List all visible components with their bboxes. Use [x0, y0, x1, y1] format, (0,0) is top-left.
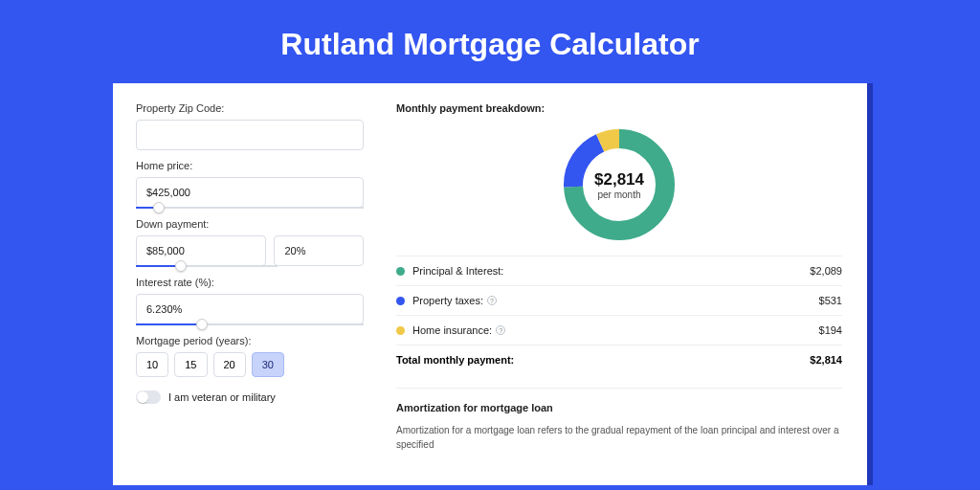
tax-label: Property taxes:	[412, 295, 483, 306]
breakdown-row-pi: Principal & Interest: $2,089	[396, 256, 842, 286]
zip-field: Property Zip Code:	[136, 102, 364, 150]
rate-input[interactable]	[136, 294, 364, 324]
breakdown-row-ins: Home insurance: ? $194	[396, 316, 842, 345]
calculator-card: Property Zip Code: Home price: Down paym…	[113, 83, 867, 485]
amortization-section: Amortization for mortgage loan Amortizat…	[396, 388, 842, 452]
info-icon[interactable]: ?	[487, 296, 497, 305]
dot-icon	[396, 326, 405, 335]
price-slider-thumb[interactable]	[153, 202, 165, 213]
down-label: Down payment:	[136, 218, 364, 230]
breakdown-panel: Monthly payment breakdown: $2,814 per mo…	[381, 83, 867, 485]
tax-amount: $531	[819, 295, 842, 306]
payment-donut-chart: $2,814 per month	[562, 127, 677, 242]
ins-label: Home insurance:	[412, 324, 492, 336]
donut-sub: per month	[597, 189, 640, 200]
down-slider-thumb[interactable]	[175, 260, 187, 272]
inputs-panel: Property Zip Code: Home price: Down paym…	[113, 83, 381, 485]
breakdown-row-tax: Property taxes: ? $531	[396, 286, 842, 316]
price-slider[interactable]	[136, 207, 364, 209]
period-15-button[interactable]: 15	[174, 352, 207, 377]
info-icon[interactable]: ?	[496, 325, 505, 335]
total-label: Total monthly payment:	[396, 354, 810, 366]
period-20-button[interactable]: 20	[213, 352, 246, 377]
price-field: Home price:	[136, 160, 364, 209]
pi-label: Principal & Interest:	[412, 265, 810, 277]
down-field: Down payment:	[136, 218, 364, 267]
dot-icon	[396, 267, 405, 276]
period-label: Mortgage period (years):	[136, 335, 364, 346]
amort-body: Amortization for a mortgage loan refers …	[396, 423, 842, 452]
down-slider[interactable]	[136, 265, 278, 267]
rate-field: Interest rate (%):	[136, 277, 364, 325]
zip-input[interactable]	[136, 120, 364, 150]
down-amount-input[interactable]	[136, 235, 266, 266]
period-buttons: 10 15 20 30	[136, 352, 364, 377]
breakdown-heading: Monthly payment breakdown:	[396, 102, 842, 114]
pi-amount: $2,089	[810, 265, 842, 277]
donut-value: $2,814	[594, 170, 644, 189]
period-field: Mortgage period (years): 10 15 20 30	[136, 335, 364, 377]
total-amount: $2,814	[810, 354, 842, 366]
rate-label: Interest rate (%):	[136, 277, 364, 288]
rate-slider-thumb[interactable]	[196, 319, 208, 330]
zip-label: Property Zip Code:	[136, 102, 364, 114]
donut-wrap: $2,814 per month	[396, 123, 842, 256]
dot-icon	[396, 297, 405, 305]
period-10-button[interactable]: 10	[136, 352, 168, 377]
ins-amount: $194	[819, 324, 842, 336]
price-input[interactable]	[136, 177, 364, 208]
rate-slider[interactable]	[136, 323, 364, 325]
breakdown-total: Total monthly payment: $2,814	[396, 345, 842, 374]
period-30-button[interactable]: 30	[252, 352, 284, 377]
veteran-label: I am veteran or military	[168, 391, 276, 403]
amort-heading: Amortization for mortgage loan	[396, 402, 842, 413]
page-title: Rutland Mortgage Calculator	[0, 0, 980, 83]
veteran-toggle[interactable]	[136, 390, 161, 404]
price-label: Home price:	[136, 160, 364, 171]
down-pct-input[interactable]	[274, 235, 364, 266]
breakdown-list: Principal & Interest: $2,089 Property ta…	[396, 256, 842, 374]
veteran-row: I am veteran or military	[136, 390, 364, 404]
